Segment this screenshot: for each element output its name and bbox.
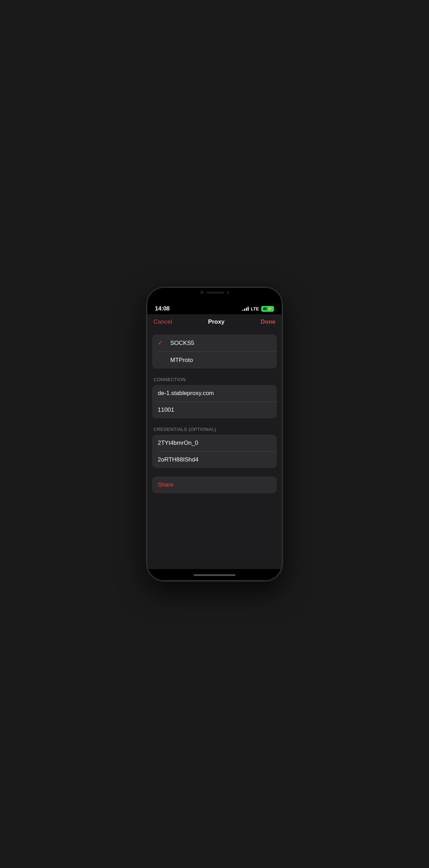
server-input[interactable] bbox=[158, 390, 271, 397]
battery-indicator: 46 ⚡ bbox=[261, 306, 274, 312]
notch-cutout bbox=[187, 287, 242, 298]
share-label: Share bbox=[158, 481, 173, 488]
credentials-group bbox=[152, 435, 277, 468]
home-bar bbox=[194, 574, 235, 576]
navigation-bar: Cancel Proxy Done bbox=[147, 314, 282, 329]
home-indicator bbox=[147, 569, 282, 581]
front-camera bbox=[200, 291, 204, 294]
signal-bar-2 bbox=[244, 309, 245, 311]
phone-frame: 14:08 LTE 46 ⚡ Cancel Proxy Done bbox=[147, 287, 282, 581]
signal-bar-1 bbox=[242, 310, 243, 311]
checkmark-icon: ✓ bbox=[158, 339, 165, 347]
socks5-option[interactable]: ✓ SOCKS5 bbox=[152, 334, 277, 352]
mtproto-option[interactable]: ✓ MTProto bbox=[152, 352, 277, 369]
content-area: ✓ SOCKS5 ✓ MTProto CONNECTION CREDE bbox=[147, 329, 282, 569]
password-input[interactable] bbox=[158, 456, 271, 463]
username-input[interactable] bbox=[158, 440, 271, 447]
cancel-button[interactable]: Cancel bbox=[154, 318, 172, 325]
signal-icon bbox=[242, 307, 249, 311]
share-button[interactable]: Share bbox=[152, 476, 277, 493]
port-row bbox=[152, 402, 277, 418]
battery-bolt: ⚡ bbox=[267, 307, 272, 311]
password-row bbox=[152, 451, 277, 468]
signal-bar-3 bbox=[246, 308, 247, 311]
username-row bbox=[152, 435, 277, 451]
done-button[interactable]: Done bbox=[260, 318, 275, 325]
status-time: 14:08 bbox=[155, 305, 170, 312]
credentials-section-label: CREDENTIALS (OPTIONAL) bbox=[152, 427, 277, 432]
socks5-label: SOCKS5 bbox=[170, 340, 194, 347]
sensor bbox=[227, 291, 229, 294]
signal-bar-4 bbox=[248, 307, 249, 311]
server-row bbox=[152, 385, 277, 402]
proxy-type-group: ✓ SOCKS5 ✓ MTProto bbox=[152, 334, 277, 369]
page-title: Proxy bbox=[208, 318, 225, 325]
status-bar: 14:08 LTE 46 ⚡ bbox=[147, 302, 282, 314]
connection-section-label: CONNECTION bbox=[152, 377, 277, 382]
connection-group bbox=[152, 385, 277, 418]
lte-label: LTE bbox=[251, 306, 259, 311]
phone-screen: 14:08 LTE 46 ⚡ Cancel Proxy Done bbox=[147, 287, 282, 581]
speaker bbox=[206, 292, 224, 293]
battery-value: 46 bbox=[263, 307, 267, 311]
status-right: LTE 46 ⚡ bbox=[242, 306, 274, 312]
notch-area bbox=[147, 287, 282, 302]
port-input[interactable] bbox=[158, 407, 271, 413]
mtproto-label: MTProto bbox=[170, 357, 193, 364]
